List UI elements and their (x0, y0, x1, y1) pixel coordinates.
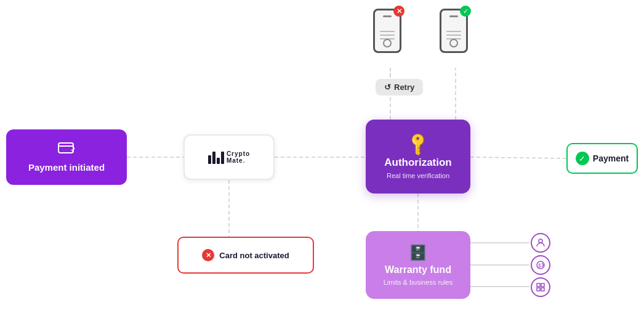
payment-label: Payment (593, 153, 629, 163)
device-fail-icon: ✕ (373, 9, 401, 53)
svg-rect-19 (541, 288, 544, 291)
device-success-icon: ✓ (440, 9, 468, 53)
person-icon (531, 233, 550, 253)
device-success-container: ✓ (437, 9, 470, 64)
card-not-activated-label: Card not activated (219, 251, 289, 260)
safe-icon: 🗄️ (409, 244, 427, 261)
svg-rect-16 (537, 283, 540, 287)
payment-initiated-label: Payment initiated (28, 162, 105, 173)
grid-icon (531, 277, 550, 297)
authorization-box: 🔑 Authorization Real time verification (366, 120, 470, 194)
svg-text:$: $ (538, 263, 541, 269)
main-canvas: Payment initiated Crypto Mate. ✕ Card no… (0, 0, 644, 318)
success-badge: ✓ (460, 6, 471, 17)
cryptomate-bars-icon (208, 150, 224, 164)
cryptomate-box: Crypto Mate. (183, 134, 275, 180)
authorization-subtitle: Real time verification (387, 172, 449, 179)
check-circle-icon: ✓ (576, 152, 589, 165)
svg-point-13 (539, 239, 542, 243)
exchange-icon: $ (531, 255, 550, 275)
device-fail-container: ✕ (371, 9, 404, 64)
svg-line-2 (470, 157, 566, 158)
fail-badge: ✕ (393, 6, 405, 17)
retry-icon: ↺ (384, 83, 391, 92)
svg-rect-11 (58, 143, 73, 153)
warranty-fund-title: Warranty fund (385, 264, 451, 275)
key-icon: 🔑 (405, 130, 432, 158)
credit-card-icon (58, 141, 75, 158)
card-not-activated-box: ✕ Card not activated (177, 237, 314, 274)
x-circle-icon: ✕ (202, 249, 214, 261)
retry-label: Retry (394, 83, 414, 92)
payment-box: ✓ Payment (566, 143, 638, 174)
payment-initiated-box: Payment initiated (6, 129, 127, 185)
warranty-fund-box: 🗄️ Warranty fund Limits & business rules (366, 231, 470, 299)
svg-rect-18 (537, 288, 540, 291)
warranty-fund-subtitle: Limits & business rules (384, 279, 453, 286)
authorization-title: Authorization (384, 157, 452, 169)
svg-rect-17 (541, 283, 544, 287)
cryptomate-logo: Crypto Mate. (208, 150, 250, 164)
retry-button[interactable]: ↺ Retry (376, 79, 423, 96)
cryptomate-wordmark: Crypto Mate. (227, 150, 250, 164)
